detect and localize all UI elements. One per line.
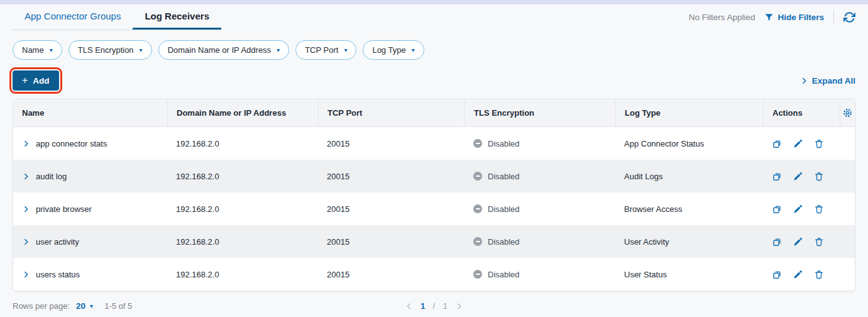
- column-header-name[interactable]: Name: [13, 99, 167, 126]
- edit-icon[interactable]: [793, 171, 803, 181]
- cell-log-type: User Status: [615, 270, 763, 279]
- row-range-text: 1-5 of 5: [104, 301, 132, 311]
- cell-tls-encryption: Disabled: [464, 237, 615, 247]
- filter-chip[interactable]: TLS Encryption ▾: [69, 40, 152, 60]
- cell-domain: 192.168.2.0: [167, 270, 318, 279]
- cell-log-type: App Connector Status: [615, 139, 763, 148]
- edit-icon[interactable]: [793, 138, 803, 148]
- column-header-tcp-port[interactable]: TCP Port: [318, 99, 464, 126]
- rows-per-page-label: Rows per page:: [13, 301, 70, 311]
- filter-status-text: No Filters Applied: [689, 13, 755, 22]
- hide-filters-label: Hide Filters: [777, 13, 824, 22]
- expand-row-icon[interactable]: [22, 270, 30, 279]
- cell-tls-encryption: Disabled: [464, 172, 615, 181]
- edit-icon[interactable]: [793, 204, 803, 214]
- total-pages: 1: [442, 301, 448, 311]
- tls-status-label: Disabled: [488, 204, 520, 214]
- cell-actions: [763, 269, 840, 280]
- tab-bar-right: No Filters Applied Hide Filters: [689, 10, 855, 30]
- cell-tls-encryption: Disabled: [464, 204, 615, 214]
- expand-row-icon[interactable]: [22, 205, 30, 213]
- cell-log-type: User Activity: [615, 237, 763, 247]
- filter-chip[interactable]: Log Type ▾: [363, 40, 424, 60]
- plus-icon: +: [22, 75, 28, 86]
- divider: [833, 10, 834, 24]
- rows-per-page-select[interactable]: 20 ▾: [76, 301, 93, 311]
- column-header-tls-encryption[interactable]: TLS Encryption: [464, 99, 615, 126]
- delete-icon[interactable]: [814, 236, 824, 247]
- current-page[interactable]: 1: [420, 301, 426, 311]
- table-row: app connector stats 192.168.2.0 20015 Di…: [13, 127, 855, 160]
- expand-all-button[interactable]: Expand All: [800, 76, 855, 86]
- filter-chip-label: Name: [22, 45, 44, 55]
- filter-chip[interactable]: Domain Name or IP Address ▾: [158, 40, 290, 60]
- cell-name: app connector stats: [13, 139, 167, 148]
- edit-icon[interactable]: [793, 236, 803, 247]
- receiver-name: users status: [36, 270, 80, 279]
- tabs: App Connector Groups Log Receivers: [13, 4, 221, 30]
- table-row: audit log 192.168.2.0 20015 Disabled Aud…: [13, 160, 855, 192]
- cell-tcp-port: 20015: [318, 172, 464, 181]
- chevron-down-icon: ▾: [50, 47, 53, 53]
- table-row: private browser 192.168.2.0 20015 Disabl…: [13, 192, 855, 225]
- table-row: users status 192.168.2.0 20015 Disabled …: [13, 258, 855, 291]
- delete-icon[interactable]: [814, 138, 824, 149]
- column-header-actions: Actions: [763, 99, 840, 126]
- tab-app-connector-groups[interactable]: App Connector Groups: [13, 4, 133, 30]
- tls-status-label: Disabled: [488, 270, 520, 279]
- copy-icon[interactable]: [772, 171, 783, 182]
- cell-actions: [763, 138, 840, 149]
- previous-page-icon[interactable]: [404, 302, 413, 311]
- delete-icon[interactable]: [814, 204, 824, 214]
- cell-tcp-port: 20015: [318, 139, 464, 148]
- cell-domain: 192.168.2.0: [167, 204, 318, 214]
- page-separator: /: [433, 301, 436, 311]
- expand-row-icon[interactable]: [22, 140, 30, 148]
- filter-chip-label: TLS Encryption: [78, 45, 134, 55]
- disabled-icon: [473, 270, 482, 279]
- pagination-bar: Rows per page: 20 ▾ 1-5 of 5 1 / 1: [0, 291, 868, 317]
- cell-name: audit log: [13, 172, 167, 181]
- refresh-icon[interactable]: [843, 11, 855, 23]
- filter-chip[interactable]: TCP Port ▾: [295, 40, 356, 60]
- cell-log-type: Browser Access: [615, 204, 763, 214]
- expand-row-icon[interactable]: [22, 238, 30, 246]
- copy-icon[interactable]: [772, 269, 783, 280]
- cell-actions: [763, 204, 840, 214]
- filter-chip-label: Log Type: [372, 45, 405, 55]
- chevron-down-icon: ▾: [90, 303, 93, 309]
- column-header-log-type[interactable]: Log Type: [615, 99, 763, 126]
- cell-actions: [763, 171, 840, 182]
- edit-icon[interactable]: [793, 269, 803, 279]
- toolbar: + Add Expand All: [0, 70, 868, 91]
- tls-status-label: Disabled: [488, 172, 520, 181]
- receiver-name: user activity: [36, 237, 79, 247]
- tab-bar: App Connector Groups Log Receivers No Fi…: [0, 4, 868, 30]
- expand-row-icon[interactable]: [22, 172, 30, 181]
- copy-icon[interactable]: [772, 236, 783, 247]
- copy-icon[interactable]: [772, 204, 783, 214]
- delete-icon[interactable]: [814, 269, 824, 280]
- column-header-domain[interactable]: Domain Name or IP Address: [167, 99, 318, 126]
- table-header: Name Domain Name or IP Address TCP Port …: [13, 99, 855, 127]
- hide-filters-button[interactable]: Hide Filters: [764, 13, 824, 22]
- column-settings-button[interactable]: [840, 99, 855, 126]
- cell-name: private browser: [13, 204, 167, 214]
- log-receivers-table: Name Domain Name or IP Address TCP Port …: [13, 99, 855, 291]
- cell-domain: 192.168.2.0: [167, 237, 318, 247]
- cell-domain: 192.168.2.0: [167, 139, 318, 148]
- tab-log-receivers[interactable]: Log Receivers: [133, 4, 221, 30]
- copy-icon[interactable]: [772, 138, 783, 149]
- cell-name: user activity: [13, 237, 167, 247]
- next-page-icon[interactable]: [455, 302, 464, 311]
- receiver-name: audit log: [36, 172, 67, 181]
- cell-actions: [763, 236, 840, 247]
- chevron-right-icon: [800, 77, 808, 85]
- chevron-down-icon: ▾: [277, 47, 280, 53]
- disabled-icon: [473, 204, 482, 213]
- filter-chip[interactable]: Name ▾: [13, 40, 62, 60]
- delete-icon[interactable]: [814, 171, 824, 182]
- add-button[interactable]: + Add: [13, 70, 59, 91]
- cell-tls-encryption: Disabled: [464, 270, 615, 279]
- gear-icon: [842, 108, 853, 118]
